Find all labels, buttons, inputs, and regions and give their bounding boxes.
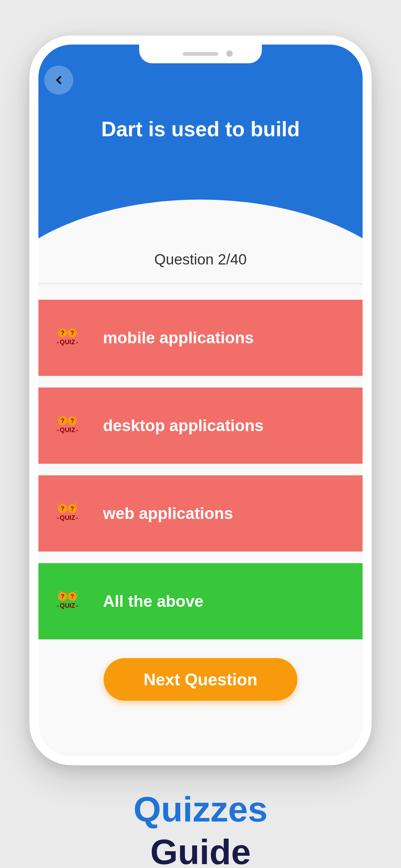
- quiz-header: Dart is used to build: [38, 44, 363, 248]
- question-counter: Question 2/40: [38, 251, 363, 268]
- option-4[interactable]: ? ? QUIZ All the above: [38, 563, 363, 640]
- svg-point-35: [75, 591, 76, 592]
- svg-text:QUIZ: QUIZ: [60, 426, 75, 433]
- svg-text:?: ?: [61, 505, 65, 512]
- svg-point-24: [76, 518, 78, 519]
- caption-line-1: Quizzes: [0, 788, 401, 831]
- back-button[interactable]: [44, 66, 73, 95]
- svg-point-26: [75, 503, 76, 504]
- svg-point-7: [59, 328, 60, 329]
- svg-text:?: ?: [61, 417, 65, 424]
- svg-point-23: [57, 518, 58, 519]
- phone-notch: [139, 44, 262, 63]
- svg-point-6: [76, 342, 78, 343]
- phone-frame: Dart is used to build Question 2/40 ? ? …: [29, 35, 372, 765]
- divider: [38, 283, 363, 284]
- svg-text:QUIZ: QUIZ: [60, 602, 75, 609]
- option-text: mobile applications: [103, 329, 254, 347]
- quiz-icon: ? ? QUIZ: [55, 588, 81, 614]
- svg-point-34: [59, 591, 60, 592]
- svg-text:QUIZ: QUIZ: [60, 514, 75, 521]
- svg-point-15: [76, 430, 78, 431]
- quiz-icon: ? ? QUIZ: [55, 413, 81, 438]
- option-text: web applications: [103, 504, 233, 523]
- next-question-button[interactable]: Next Question: [104, 658, 297, 701]
- option-1[interactable]: ? ? QUIZ mobile applications: [38, 300, 363, 376]
- chevron-left-icon: [52, 73, 65, 87]
- svg-point-16: [59, 415, 60, 416]
- svg-point-33: [76, 606, 78, 607]
- svg-text:?: ?: [71, 593, 74, 600]
- svg-text:?: ?: [71, 417, 74, 424]
- caption-line-2: Guide: [0, 831, 401, 868]
- svg-text:?: ?: [71, 505, 74, 512]
- phone-screen: Dart is used to build Question 2/40 ? ? …: [38, 44, 363, 756]
- svg-point-32: [57, 606, 58, 607]
- svg-point-5: [57, 342, 58, 343]
- svg-text:?: ?: [61, 330, 65, 336]
- svg-point-8: [75, 328, 76, 329]
- question-title: Dart is used to build: [38, 117, 363, 141]
- option-text: All the above: [103, 592, 204, 611]
- option-text: desktop applications: [103, 416, 264, 435]
- quiz-icon: ? ? QUIZ: [55, 325, 81, 351]
- svg-point-17: [75, 415, 76, 416]
- option-3[interactable]: ? ? QUIZ web applications: [38, 475, 363, 552]
- svg-text:QUIZ: QUIZ: [60, 338, 75, 345]
- header-curve: [38, 199, 363, 248]
- speaker-grille: [183, 52, 218, 56]
- options-container: ? ? QUIZ mobile applications: [38, 300, 363, 651]
- option-2[interactable]: ? ? QUIZ desktop applications: [38, 388, 363, 464]
- marketing-caption: Quizzes Guide: [0, 788, 401, 868]
- front-camera: [226, 51, 233, 57]
- svg-point-14: [57, 430, 58, 431]
- svg-text:?: ?: [71, 330, 74, 336]
- svg-text:?: ?: [61, 593, 65, 600]
- svg-point-25: [59, 503, 60, 504]
- quiz-icon: ? ? QUIZ: [55, 500, 81, 526]
